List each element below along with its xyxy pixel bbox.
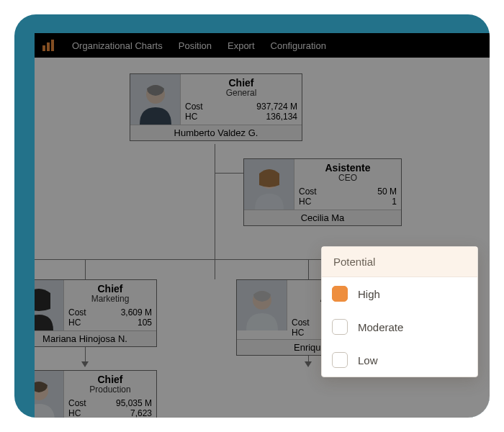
potential-option-high[interactable]: High [322,277,477,310]
card-role: Chief [64,283,156,294]
popup-option-label: High [358,288,380,300]
potential-option-moderate[interactable]: Moderate [322,310,477,343]
popup-title: Potential [322,247,477,277]
org-card-assistant[interactable]: Asistente CEO Cost HC 50 M 1 [243,158,402,226]
checkbox-icon [332,352,348,368]
avatar [130,74,181,125]
cost-value: 95,035 M [116,398,152,408]
card-name: Mariana Hinojosa N. [35,330,156,346]
cost-label: Cost [299,186,317,197]
hc-value: 7,623 [116,408,152,418]
popup-option-label: Low [358,354,378,366]
cost-label: Cost [68,398,86,408]
connector-line [215,173,243,174]
hc-value: 1 [377,197,397,207]
screen: Organizational Charts Position Export Co… [35,33,490,418]
app-logo-icon [42,39,56,52]
arrow-down-icon [305,361,312,367]
popup-option-label: Moderate [358,321,403,333]
hc-label: HC [299,197,317,207]
hc-value: 136,134 [256,112,297,122]
cost-label: Cost [292,318,310,328]
card-name: Humberto Valdez G. [130,125,302,140]
svg-rect-1 [47,42,50,51]
menu-export[interactable]: Export [228,40,255,51]
card-area: Marketing [64,294,156,305]
cost-value: 3,609 M [121,307,152,318]
avatar [237,280,287,330]
arrow-down-icon [81,361,89,367]
card-area: General [181,89,302,99]
card-role: Asistente [294,162,401,174]
org-card-ceo[interactable]: Chief General Cost HC 937,724 M 136,134 [130,73,302,141]
hc-label: HC [68,408,86,418]
menu-org-charts[interactable]: Organizational Charts [72,40,163,51]
connector-line [85,259,86,279]
device-frame: Organizational Charts Position Export Co… [14,14,490,418]
hc-value: 105 [121,318,152,328]
hc-label: HC [292,328,310,338]
menu-position[interactable]: Position [179,40,212,51]
menubar: Organizational Charts Position Export Co… [35,33,490,58]
card-name: Cecilia Ma [244,210,401,225]
avatar [35,280,64,330]
checkbox-icon [332,319,348,335]
potential-option-low[interactable]: Low [322,343,477,377]
avatar [35,371,64,418]
svg-rect-2 [51,40,54,51]
card-area: CEO [294,174,401,184]
checkbox-icon [332,286,348,302]
card-role: Chief [64,374,156,385]
potential-popup: Potential High Moderate Low [321,246,478,377]
org-card-marketing[interactable]: Chief Marketing Cost HC 3,609 M 105 [35,279,157,347]
menu-configuration[interactable]: Configuration [271,40,326,51]
connector-line [308,259,309,279]
card-role: Chief [181,77,302,89]
card-area: Production [64,385,156,395]
cost-label: Cost [68,307,86,318]
hc-label: HC [185,112,203,122]
hc-label: HC [68,318,86,328]
org-card-production[interactable]: Chief Production Cost HC 95,035 M 7,623 [35,370,157,418]
connector-line [85,347,86,363]
avatar [244,159,294,210]
cost-value: 937,724 M [256,102,297,112]
svg-rect-0 [42,45,45,51]
cost-label: Cost [185,102,203,112]
cost-value: 50 M [377,186,397,197]
